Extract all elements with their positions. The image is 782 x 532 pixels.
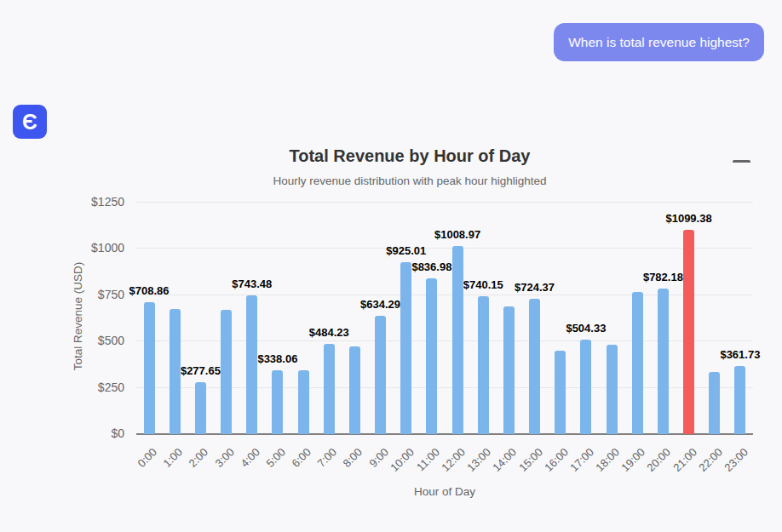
- chart-menu-button[interactable]: [731, 151, 753, 169]
- gridline-1250: [136, 202, 753, 203]
- bar-22:00[interactable]: [709, 372, 720, 434]
- bar-7:00[interactable]: [324, 344, 335, 434]
- bar-value-label-20:00: $782.18: [616, 271, 710, 283]
- bar-value-label-10:00: $925.01: [359, 244, 453, 257]
- x-axis-title: Hour of Day: [359, 485, 530, 498]
- bar-value-label-9:00: $634.29: [334, 298, 428, 311]
- bar-value-label-0:00: $708.86: [102, 284, 196, 297]
- y-axis-title: Total Revenue (USD): [72, 232, 84, 402]
- bar-value-label-5:00: $338.06: [231, 352, 325, 365]
- bar-6:00[interactable]: [298, 370, 309, 434]
- bar-value-label-12:00: $1008.97: [411, 228, 504, 241]
- bar-2:00[interactable]: [195, 382, 206, 434]
- bar-value-label-17:00: $504.33: [539, 322, 633, 335]
- y-tick-label: $1250: [46, 195, 124, 209]
- bar-3:00[interactable]: [221, 310, 232, 434]
- bar-5:00[interactable]: [272, 370, 283, 434]
- bar-value-label-15:00: $724.37: [488, 281, 582, 294]
- chart-subtitle: Hourly revenue distribution with peak ho…: [64, 174, 756, 187]
- bar-19:00[interactable]: [632, 292, 643, 434]
- y-tick-label: $0: [46, 426, 124, 440]
- bar-17:00[interactable]: [580, 340, 591, 434]
- bar-value-label-2:00: $277.65: [153, 364, 247, 377]
- bar-11:00[interactable]: [426, 278, 437, 434]
- y-tick-label: $1000: [46, 241, 124, 255]
- bar-9:00[interactable]: [375, 316, 386, 434]
- y-tick-label: $250: [46, 380, 124, 394]
- bar-value-label-23:00: $361.73: [693, 348, 782, 361]
- bar-21:00[interactable]: [683, 230, 694, 434]
- bar-20:00[interactable]: [658, 289, 669, 434]
- y-tick-label: $500: [46, 334, 124, 347]
- bar-value-label-21:00: $1099.38: [642, 212, 736, 225]
- bar-10:00[interactable]: [400, 262, 411, 434]
- bar-value-label-4:00: $743.48: [205, 277, 299, 290]
- bar-23:00[interactable]: [734, 366, 745, 434]
- bar-value-label-7:00: $484.23: [282, 326, 376, 339]
- user-message-text: When is total revenue highest?: [568, 35, 750, 50]
- bar-14:00[interactable]: [503, 306, 515, 434]
- user-message-bubble: When is total revenue highest?: [554, 23, 764, 61]
- bar-12:00[interactable]: [452, 246, 463, 434]
- bar-18:00[interactable]: [607, 345, 618, 434]
- bar-value-label-11:00: $836.98: [385, 260, 479, 273]
- bar-15:00[interactable]: [529, 299, 540, 434]
- chart-title: Total Revenue by Hour of Day: [64, 146, 756, 166]
- bar-16:00[interactable]: [555, 351, 566, 434]
- assistant-avatar: Є: [13, 105, 47, 139]
- bar-13:00[interactable]: [478, 296, 489, 434]
- logo-glyph: Є: [22, 112, 37, 133]
- bar-8:00[interactable]: [349, 346, 360, 434]
